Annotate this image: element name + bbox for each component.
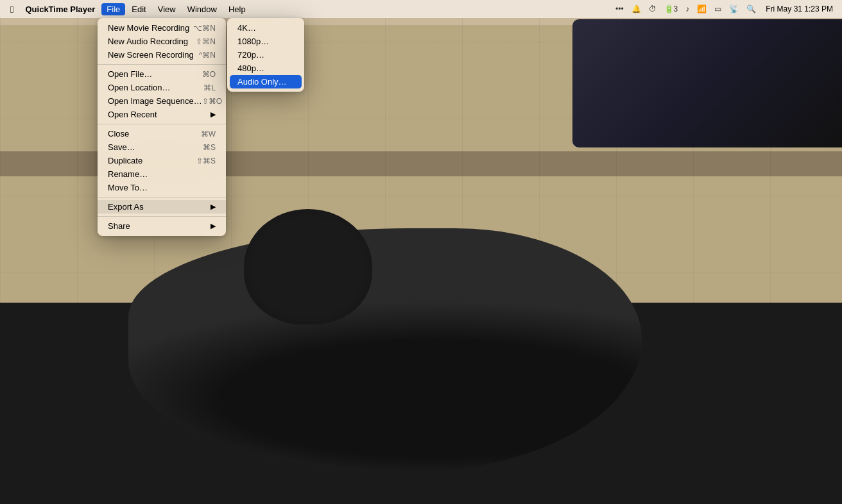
separator-4 [98, 216, 226, 217]
menubar-left:  QuickTime Player File Edit View Window… [5, 3, 614, 15]
save[interactable]: Save… ⌘S [98, 140, 226, 154]
open-location[interactable]: Open Location… ⌘L [98, 81, 226, 94]
battery-alerts-icon[interactable]: 🔋3 [662, 4, 680, 13]
spotlight-icon[interactable]: 🔍 [744, 4, 758, 13]
more-icon[interactable]: ••• [614, 4, 626, 13]
music-icon[interactable]: ♪ [683, 4, 691, 13]
menubar-right: ••• 🔔 ⏱ 🔋3 ♪ 📶 ▭ 📡 🔍 Fri May 31 1:23 PM [614, 4, 837, 13]
clock: Fri May 31 1:23 PM [762, 4, 837, 13]
duplicate[interactable]: Duplicate ⇧⌘S [98, 154, 226, 167]
cat-body [128, 228, 642, 472]
share[interactable]: Share ▶ [98, 219, 226, 233]
separator-2 [98, 124, 226, 124]
corner-object [572, 19, 842, 147]
close[interactable]: Close ⌘W [98, 127, 226, 140]
apple-menu[interactable]:  [5, 4, 19, 15]
menubar:  QuickTime Player File Edit View Window… [0, 0, 842, 18]
export-4k[interactable]: 4K… [227, 21, 304, 35]
notification-icon[interactable]: 🔔 [630, 4, 643, 13]
help-menu-trigger[interactable]: Help [223, 3, 251, 15]
view-menu-trigger[interactable]: View [153, 3, 181, 15]
edit-menu-trigger[interactable]: Edit [126, 3, 151, 15]
window-menu-trigger[interactable]: Window [182, 3, 222, 15]
new-movie-recording[interactable]: New Movie Recording ⌥⌘N [98, 21, 226, 35]
wifi-icon[interactable]: 📶 [695, 4, 709, 13]
export-submenu: 4K… 1080p… 720p… 480p… Audio Only… [227, 18, 304, 92]
new-audio-recording[interactable]: New Audio Recording ⇧⌘N [98, 35, 226, 48]
export-480p[interactable]: 480p… [227, 62, 304, 75]
cat-head [244, 209, 372, 324]
open-recent[interactable]: Open Recent ▶ [98, 108, 226, 121]
screen-time-icon[interactable]: ⏱ [647, 4, 658, 13]
move-to[interactable]: Move To… [98, 181, 226, 194]
separator-3 [98, 197, 226, 197]
file-menu-trigger[interactable]: File [101, 3, 125, 15]
rename[interactable]: Rename… [98, 167, 226, 181]
separator-1 [98, 64, 226, 65]
export-as[interactable]: Export As ▶ [98, 200, 226, 214]
export-audio-only[interactable]: Audio Only… [230, 75, 302, 88]
open-file[interactable]: Open File… ⌘O [98, 67, 226, 81]
export-720p[interactable]: 720p… [227, 48, 304, 62]
open-image-sequence[interactable]: Open Image Sequence… ⇧⌘O [98, 94, 226, 108]
file-menu-dropdown: New Movie Recording ⌥⌘N New Audio Record… [98, 18, 226, 236]
app-name-menu[interactable]: QuickTime Player [20, 3, 100, 15]
export-1080p[interactable]: 1080p… [227, 35, 304, 48]
battery-icon[interactable]: ▭ [712, 4, 723, 13]
new-screen-recording[interactable]: New Screen Recording ^⌘N [98, 48, 226, 62]
airdrop-icon[interactable]: 📡 [727, 4, 741, 13]
